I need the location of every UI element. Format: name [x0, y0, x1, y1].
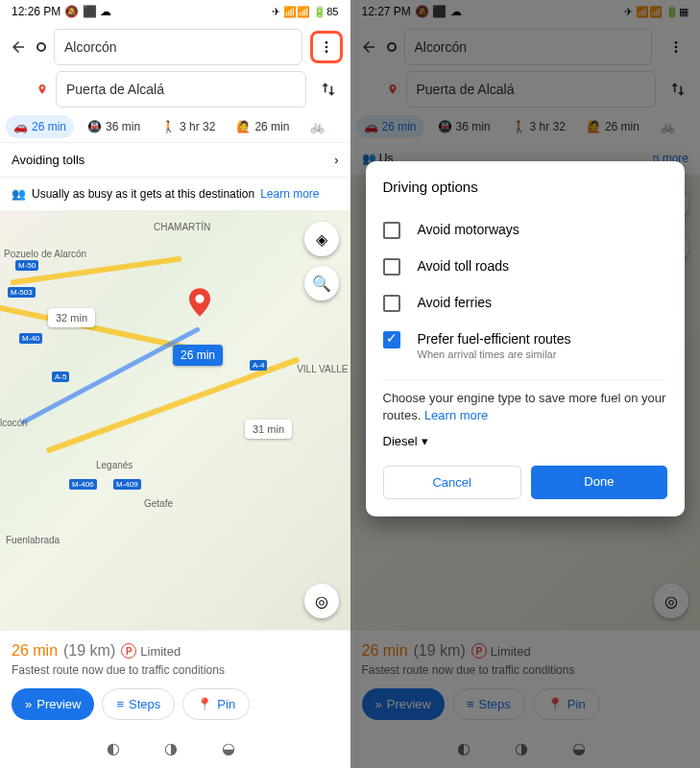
checkbox-icon[interactable]: [383, 222, 400, 239]
checkbox-icon[interactable]: [383, 258, 400, 276]
done-button[interactable]: Done: [531, 466, 667, 499]
destination-input[interactable]: Puerta de Alcalá: [56, 71, 306, 108]
back-button[interactable]: [8, 36, 29, 58]
search-map-button[interactable]: 🔍: [304, 266, 339, 300]
status-icons-l: 🔕 ⬛ ☁: [64, 5, 111, 18]
origin-input[interactable]: Alcorcón: [54, 29, 302, 65]
route-time-main: 26 min: [173, 345, 223, 366]
opt-avoid-motorways[interactable]: Avoid motorways: [383, 212, 668, 249]
checkbox-checked-icon[interactable]: [383, 331, 400, 348]
route-options-row[interactable]: Avoiding tolls ›: [0, 142, 350, 178]
status-icons-r: ✈ 📶📶 🔋85: [272, 6, 338, 18]
mode-transit[interactable]: 🚇 36 min: [80, 115, 148, 138]
checkbox-icon[interactable]: [383, 295, 400, 312]
city-chamartin: CHAMARTÍN: [154, 222, 210, 232]
city-vill: VILL VALLE: [297, 364, 348, 374]
preview-button[interactable]: » Preview: [12, 688, 94, 720]
origin-icon: [36, 42, 46, 52]
parking-label: Limited: [140, 644, 181, 659]
nav-icon-3[interactable]: ◒: [222, 739, 243, 760]
layers-button[interactable]: ◈: [304, 222, 339, 256]
chevron-right-icon: ›: [334, 153, 338, 167]
city-pozuelo: Pozuelo de Alarcón: [4, 249, 86, 259]
city-fuenlabrada: Fuenlabrada: [6, 535, 60, 545]
engine-learn-more-link[interactable]: Learn more: [424, 408, 488, 422]
travel-modes: 🚗 26 min 🚇 36 min 🚶 3 hr 32 🙋 26 min 🚲: [0, 111, 350, 142]
divider: [383, 379, 668, 380]
svg-point-1: [325, 46, 327, 49]
nav-icon-2[interactable]: ◑: [164, 739, 185, 760]
status-time: 12:26 PM: [12, 5, 60, 18]
steps-button[interactable]: ≡ Steps: [102, 688, 175, 720]
summary-sub: Fastest route now due to traffic conditi…: [12, 663, 339, 677]
mode-walk[interactable]: 🚶 3 hr 32: [154, 115, 223, 138]
cancel-button[interactable]: Cancel: [383, 466, 521, 499]
engine-select[interactable]: Diesel ▾: [383, 434, 668, 448]
mode-rideshare[interactable]: 🙋 26 min: [229, 115, 297, 138]
city-alcorcon: lcocón: [0, 418, 28, 428]
nav-icon-1[interactable]: ◐: [107, 739, 128, 760]
opt-avoid-ferries[interactable]: Avoid ferries: [383, 285, 668, 322]
summary-dist: (19 km): [63, 642, 115, 660]
svg-point-0: [325, 41, 327, 44]
mode-drive[interactable]: 🚗 26 min: [6, 115, 74, 138]
city-leganes: Leganés: [96, 460, 133, 470]
driving-options-modal: Driving options Avoid motorways Avoid to…: [366, 161, 686, 516]
opt-avoid-tolls[interactable]: Avoid toll roads: [383, 249, 668, 285]
busy-text: Usually as busy as it gets at this desti…: [32, 187, 254, 201]
svg-point-2: [325, 50, 327, 53]
route-summary: 26 min (19 km) PLimited Fastest route no…: [0, 630, 350, 732]
svg-point-3: [195, 295, 204, 303]
modal-title: Driving options: [383, 179, 668, 195]
directions-header: Alcorcón Puerta de Alcalá: [0, 23, 350, 111]
locate-me-button[interactable]: ◎: [304, 584, 339, 618]
busy-row: 👥 Usually as busy as it gets at this des…: [0, 178, 350, 210]
map-area[interactable]: CHAMARTÍN Pozuelo de Alarcón Leganés Get…: [0, 210, 350, 630]
destination-icon: [36, 84, 48, 95]
pin-button[interactable]: 📍 Pin: [182, 688, 250, 720]
engine-info: Choose your engine type to save more fue…: [383, 390, 668, 424]
mode-bike[interactable]: 🚲: [302, 115, 332, 138]
parking-icon: P: [121, 643, 136, 659]
route-time-alt1: 32 min: [48, 308, 95, 327]
destination-pin-icon: [189, 287, 210, 318]
summary-time: 26 min: [12, 642, 58, 660]
swap-button[interactable]: [314, 80, 343, 99]
screen-left: 12:26 PM🔕 ⬛ ☁ ✈ 📶📶 🔋85 Alcorcón Puerta d…: [0, 0, 350, 768]
city-getafe: Getafe: [144, 498, 173, 509]
screen-right: 12:27 PM🔕 ⬛ ☁ ✈ 📶📶 🔋▦ Alcorcón Puerta de…: [350, 0, 701, 768]
dropdown-icon: ▾: [422, 434, 428, 448]
avoiding-label: Avoiding tolls: [12, 153, 84, 167]
opt-fuel-efficient[interactable]: Prefer fuel-efficient routes When arriva…: [383, 322, 668, 370]
route-time-alt2: 31 min: [245, 420, 292, 439]
busy-icon: 👥: [12, 187, 26, 201]
status-bar: 12:26 PM🔕 ⬛ ☁ ✈ 📶📶 🔋85: [0, 0, 350, 23]
more-options-button[interactable]: [310, 31, 343, 63]
nav-bar: ◐ ◑ ◒: [0, 732, 350, 768]
learn-more-link[interactable]: Learn more: [260, 187, 319, 201]
